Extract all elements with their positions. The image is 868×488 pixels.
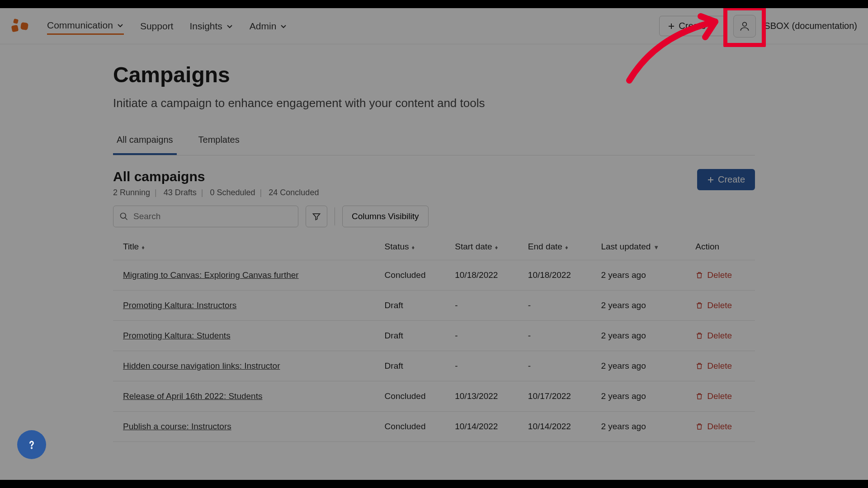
- topbar-create-button[interactable]: Create: [659, 16, 725, 36]
- create-campaign-button[interactable]: Create: [697, 169, 755, 190]
- cell-updated: 2 years ago: [596, 412, 691, 442]
- col-end[interactable]: End date♦: [524, 234, 597, 260]
- cell-start: 10/13/2022: [450, 381, 524, 412]
- nav-item-admin[interactable]: Admin: [250, 18, 288, 34]
- search-input[interactable]: [113, 206, 298, 227]
- cell-title: Release of April 16th 2022: Students: [113, 381, 380, 412]
- table-row: Migrating to Canvas: Exploring Canvas fu…: [113, 260, 755, 291]
- create-label: Create: [679, 21, 706, 31]
- cell-start: 10/14/2022: [450, 412, 524, 442]
- cell-start: -: [450, 351, 524, 381]
- cell-updated: 2 years ago: [596, 260, 691, 291]
- question-icon: [25, 438, 38, 451]
- col-updated[interactable]: Last updated▼: [596, 234, 691, 260]
- chevron-down-icon: [709, 23, 717, 30]
- cell-end: -: [524, 321, 597, 351]
- section-heading: All campaigns: [113, 169, 319, 184]
- cell-action: Delete: [691, 291, 755, 321]
- delete-label: Delete: [707, 270, 732, 280]
- svg-rect-1: [11, 24, 19, 32]
- col-title[interactable]: Title♦: [113, 234, 380, 260]
- user-icon: [739, 20, 750, 32]
- table-row: Publish a course: InstructorsConcluded10…: [113, 412, 755, 442]
- campaign-link[interactable]: Promoting Kaltura: Instructors: [123, 300, 236, 310]
- col-start[interactable]: Start date♦: [450, 234, 524, 260]
- help-fab[interactable]: [17, 430, 46, 459]
- nav-item-support[interactable]: Support: [140, 18, 174, 34]
- cell-end: 10/17/2022: [524, 381, 597, 412]
- delete-button[interactable]: Delete: [695, 270, 750, 280]
- plus-icon: [668, 23, 675, 30]
- svg-point-4: [121, 213, 126, 219]
- search-icon: [119, 212, 128, 221]
- campaign-link[interactable]: Publish a course: Instructors: [123, 422, 231, 431]
- main-nav: Communication Support Insights Admin: [47, 17, 287, 35]
- tabs: All campaigns Templates: [113, 129, 755, 155]
- delete-button[interactable]: Delete: [695, 300, 750, 310]
- table-tools: Columns Visibility: [113, 206, 755, 227]
- trash-icon: [695, 422, 703, 431]
- svg-point-5: [31, 448, 32, 448]
- table-row: Release of April 16th 2022: StudentsConc…: [113, 381, 755, 412]
- table-row: Promoting Kaltura: StudentsDraft--2 year…: [113, 321, 755, 351]
- campaign-link[interactable]: Migrating to Canvas: Exploring Canvas fu…: [123, 270, 299, 280]
- columns-visibility-button[interactable]: Columns Visibility: [342, 206, 429, 227]
- cell-end: -: [524, 291, 597, 321]
- nav-label: Support: [140, 21, 174, 32]
- cell-title: Promoting Kaltura: Students: [113, 321, 380, 351]
- campaign-link[interactable]: Promoting Kaltura: Students: [123, 331, 231, 340]
- campaign-link[interactable]: Release of April 16th 2022: Students: [123, 391, 262, 401]
- svg-point-3: [743, 22, 747, 26]
- nav-label: Insights: [189, 21, 222, 32]
- delete-label: Delete: [707, 300, 732, 310]
- campaign-link[interactable]: Hidden course navigation links: Instruct…: [123, 361, 280, 371]
- tab-all-campaigns[interactable]: All campaigns: [113, 129, 177, 155]
- table-row: Hidden course navigation links: Instruct…: [113, 351, 755, 381]
- tab-templates[interactable]: Templates: [195, 129, 243, 155]
- nav-item-insights[interactable]: Insights: [189, 18, 233, 34]
- count-running: 2 Running: [113, 188, 150, 197]
- cell-title: Migrating to Canvas: Exploring Canvas fu…: [113, 260, 380, 291]
- status-counts: 2 Running| 43 Drafts| 0 Scheduled| 24 Co…: [113, 188, 319, 197]
- delete-button[interactable]: Delete: [695, 422, 750, 432]
- count-drafts: 43 Drafts: [164, 188, 197, 197]
- delete-label: Delete: [707, 422, 732, 432]
- delete-button[interactable]: Delete: [695, 331, 750, 341]
- delete-label: Delete: [707, 361, 732, 371]
- delete-button[interactable]: Delete: [695, 361, 750, 371]
- user-button[interactable]: [733, 15, 756, 38]
- delete-button[interactable]: Delete: [695, 391, 750, 401]
- topbar-right: Create SBOX (documentation): [659, 15, 857, 38]
- filter-button[interactable]: [306, 206, 327, 227]
- brand-logo[interactable]: [11, 17, 29, 35]
- org-label: SBOX (documentation): [764, 21, 857, 31]
- cell-updated: 2 years ago: [596, 321, 691, 351]
- cell-updated: 2 years ago: [596, 381, 691, 412]
- nav-label: Communication: [47, 20, 113, 31]
- chevron-down-icon: [117, 22, 124, 29]
- cell-action: Delete: [691, 412, 755, 442]
- trash-icon: [695, 271, 703, 279]
- delete-label: Delete: [707, 331, 732, 341]
- letterbox-top: [0, 0, 868, 8]
- trash-icon: [695, 392, 703, 400]
- cell-end: 10/14/2022: [524, 412, 597, 442]
- nav-item-communication[interactable]: Communication: [47, 17, 124, 35]
- search-wrap: [113, 206, 298, 227]
- trash-icon: [695, 362, 703, 370]
- sort-icon: ♦: [565, 244, 568, 251]
- divider: [335, 207, 335, 225]
- section-header: All campaigns 2 Running| 43 Drafts| 0 Sc…: [113, 169, 755, 197]
- col-status[interactable]: Status♦: [380, 234, 451, 260]
- campaigns-table: Title♦ Status♦ Start date♦ End date♦ Las…: [113, 234, 755, 442]
- cell-title: Hidden course navigation links: Instruct…: [113, 351, 380, 381]
- sort-icon: ♦: [142, 244, 145, 251]
- cell-action: Delete: [691, 381, 755, 412]
- cell-title: Publish a course: Instructors: [113, 412, 380, 442]
- cell-status: Concluded: [380, 381, 451, 412]
- sort-desc-icon: ▼: [653, 244, 659, 251]
- nav-label: Admin: [250, 21, 277, 32]
- cell-status: Draft: [380, 321, 451, 351]
- cell-start: 10/18/2022: [450, 260, 524, 291]
- svg-rect-0: [13, 18, 19, 23]
